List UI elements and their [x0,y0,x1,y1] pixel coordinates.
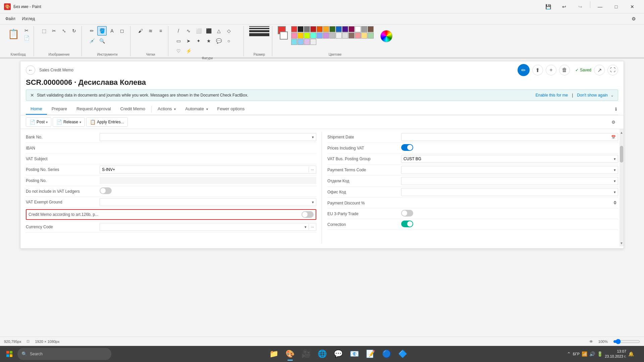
star5-icon[interactable]: ★ [204,36,213,46]
size4-icon[interactable] [249,33,269,36]
color-maroon[interactable] [348,26,355,32]
size2-icon[interactable] [249,28,269,29]
redo-quick-btn[interactable]: ↪ [573,1,588,12]
taskbar-app-teams[interactable]: 💬 [331,347,346,361]
crop-icon[interactable]: ✂ [49,26,59,36]
open-new-btn[interactable]: ↗ [594,65,605,75]
toggle-vat-ledgers[interactable] [100,187,112,194]
toggle-credit-memo-art[interactable] [302,211,314,218]
color-darkred[interactable] [310,26,316,32]
color-tan[interactable] [348,33,355,39]
rrect-icon[interactable]: ▭ [174,36,183,46]
tab-home[interactable]: Home [26,104,47,115]
paste-icon[interactable]: 📋 [5,26,21,42]
input-vat-subject[interactable] [100,155,316,162]
input-posting-no-series[interactable] [100,166,309,173]
tab-automate[interactable]: Automate ▾ [180,104,212,115]
pencil-icon[interactable]: ✏ [87,26,97,36]
edit-button[interactable]: ✏ [518,64,530,76]
line-icon[interactable]: / [174,26,183,36]
color-wheel[interactable] [380,30,392,42]
color-orange[interactable] [317,26,323,32]
color-lightgray[interactable] [329,33,335,39]
select-vat-bus-posting[interactable]: CUST BG [401,155,612,163]
brush-icon[interactable]: 🖌 [136,26,145,36]
show-hidden-icon[interactable]: ⌃ [567,351,571,357]
undo-quick-btn[interactable]: ↩ [556,1,572,12]
language-indicator[interactable]: БГР [573,352,580,356]
toggle-eu3party[interactable] [401,210,413,217]
balloon-icon[interactable]: 💬 [214,36,223,46]
share-button[interactable]: ⬆ [532,65,543,75]
select-otdeli-kod[interactable] [401,177,612,185]
fill-icon[interactable]: 🪣 [97,26,107,36]
taskbar-app-dynamics[interactable]: 🔷 [395,347,410,361]
input-iban[interactable] [100,144,316,152]
taskbar-app-explorer[interactable]: 📁 [267,347,281,361]
settings-btn[interactable]: ⚙ [626,13,641,24]
toggle-correction[interactable] [401,221,413,227]
heart-icon[interactable]: ♡ [174,46,183,56]
active-bg-color[interactable] [280,32,288,40]
scroll-up-btn[interactable]: ▲ [620,129,624,136]
resize-icon[interactable]: ⤡ [59,26,69,36]
tab-request-approval[interactable]: Request Approval [72,104,116,115]
color-gray2[interactable] [361,26,367,32]
color-teal[interactable] [310,33,316,39]
size3-icon[interactable] [249,30,269,32]
color-yellow2[interactable] [298,33,304,39]
save-quick-btn[interactable]: 💾 [540,1,556,12]
brush2-icon[interactable]: ≋ [146,26,155,36]
select-icon[interactable]: ⬚ [39,26,49,36]
zoom-slider[interactable] [613,339,640,344]
input-payment-discount[interactable] [401,199,618,206]
notifications-icon[interactable]: 🔔 [628,351,634,357]
ellipsis-currency-code[interactable]: ··· [309,224,316,230]
taskbar-app-word[interactable]: 📝 [363,347,378,361]
color-lightgreen[interactable] [368,33,374,39]
fillrect-icon[interactable]: ⬛ [204,26,213,36]
color-verylightgray[interactable] [342,33,348,39]
color-blue[interactable] [336,26,342,32]
taskbar-app-video[interactable]: 🎥 [299,347,314,361]
arrow-icon[interactable]: ➤ [184,36,193,46]
calendar-icon-shipment[interactable]: 📅 [609,135,618,139]
color-salmon[interactable] [355,33,361,39]
back-button[interactable]: ← [26,65,35,75]
apply-entries-btn[interactable]: 📋 Apply Entries... [86,117,128,127]
window-controls[interactable]: 💾 ↩ ↪ — □ ✕ [540,1,640,12]
input-shipment-date[interactable] [401,133,609,141]
copy-icon[interactable]: 📄 [22,35,31,41]
select-payment-terms[interactable] [401,166,612,174]
minimize-btn[interactable]: — [592,1,608,12]
color-gray[interactable] [304,26,310,32]
tri-icon[interactable]: △ [214,26,223,36]
color-nearlwhite[interactable] [310,39,316,45]
taskbar-corner[interactable] [636,347,639,361]
tab-credit-memo[interactable]: Credit Memo [116,104,150,115]
color-white[interactable] [355,26,361,32]
eyedropper-icon[interactable]: 💉 [87,36,97,46]
taskbar-search[interactable]: 🔍 Search [17,348,111,360]
color-yellow[interactable] [323,26,329,32]
color-lavender[interactable] [323,33,329,39]
star4-icon[interactable]: ✦ [194,36,203,46]
ellipsis-posting-no-series[interactable]: ··· [309,167,316,173]
text-icon[interactable]: A [107,26,117,36]
size1-icon[interactable] [249,26,269,27]
tab-fewer-options[interactable]: Fewer options [213,104,250,115]
taskbar-app-edge[interactable]: 🌐 [315,347,330,361]
menu-view[interactable]: Изглед [19,15,38,22]
form-settings-btn[interactable]: ⚙ [609,118,618,126]
banner-close-btn[interactable]: ✕ [30,93,34,98]
add-button[interactable]: + [546,65,556,75]
volume-icon[interactable]: 🔊 [589,351,595,357]
magnify-icon[interactable]: 🔍 [97,36,107,46]
circle-icon[interactable]: ○ [224,36,233,46]
color-offwhite[interactable] [336,33,342,39]
banner-expand-btn[interactable]: ⌄ [610,93,614,98]
color-skyblue[interactable] [298,39,304,45]
color-red[interactable] [291,26,297,32]
color-pink[interactable] [291,33,297,39]
maximize-btn[interactable]: □ [608,1,624,12]
